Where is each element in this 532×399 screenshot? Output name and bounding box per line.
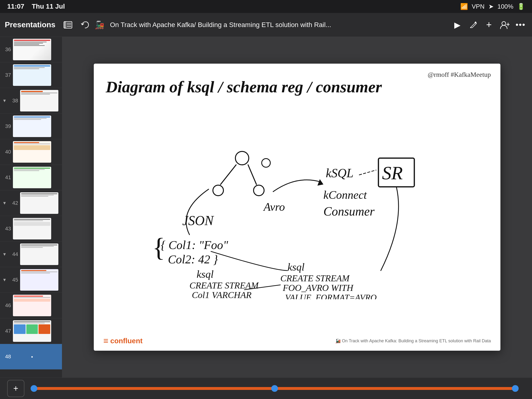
svg-text:VALUE_FORMAT=AVRO: VALUE_FORMAT=AVRO [285, 293, 377, 299]
svg-text:Col1 VARCHAR: Col1 VARCHAR [192, 290, 251, 299]
presentation-title: On Track with Apache Kafka/ Building a S… [110, 21, 445, 29]
slide-thumbnail-44[interactable]: ▼ 44 [0, 242, 62, 267]
svg-text:kSQL: kSQL [326, 166, 354, 180]
progress-handle-right[interactable] [512, 385, 519, 392]
slide-thumb-image-43 [13, 218, 51, 240]
svg-text:kConnect: kConnect [323, 189, 367, 201]
collapse-arrow-38[interactable]: ▼ [2, 98, 7, 103]
wifi-icon: ➤ [488, 3, 494, 10]
slide-thumb-image-37 [13, 64, 51, 86]
progress-track [34, 387, 515, 390]
status-date: Thu 11 Jul [32, 3, 65, 10]
status-right: 📶 VPN ➤ 100% 🔋 [460, 3, 525, 10]
slide-thumb-image-46 [13, 295, 51, 316]
slide-thumbnail-40[interactable]: 40 [0, 139, 62, 165]
svg-line-16 [359, 170, 376, 175]
play-button[interactable]: ▶ [451, 18, 464, 32]
slide-thumb-image-40 [13, 141, 51, 163]
svg-point-8 [235, 152, 249, 165]
svg-point-13 [262, 158, 270, 167]
collapse-arrow-42[interactable]: ▼ [2, 201, 7, 206]
svg-point-5 [502, 22, 506, 25]
svg-text:Consumer: Consumer [323, 204, 375, 218]
slide-thumb-image-39 [13, 115, 51, 137]
slide-thumb-image-44 [20, 244, 58, 265]
slide-thumb-image-41 [13, 167, 51, 188]
app-title: Presentations [5, 20, 56, 29]
collapse-arrow-45[interactable]: ▼ [2, 278, 7, 283]
svg-text:FOO_AVRO WITH: FOO_AVRO WITH [283, 283, 354, 293]
status-time: 11:07 [7, 3, 24, 10]
slide-thumbnail-42[interactable]: ▼ 42 [0, 190, 62, 216]
svg-point-12 [253, 185, 264, 196]
slide-thumb-image-42 [20, 192, 58, 214]
vpn-icon: 📶 [460, 3, 468, 10]
svg-text:{: { [152, 233, 165, 262]
add-slide-button[interactable]: + [7, 380, 24, 397]
slide-thumb-image-48: ● [13, 346, 51, 367]
add-button[interactable]: + [482, 18, 496, 32]
slide-thumbnail-48[interactable]: 48 ● [0, 344, 62, 370]
collapse-arrow-44[interactable]: ▼ [2, 252, 7, 257]
slide-footer: confluent 🚂 On Track with Apache Kafka: … [103, 336, 491, 346]
toolbar: Presentations 🚂 On Track with Apache Kaf… [0, 13, 532, 37]
slide-thumbnail-37[interactable]: 37 [0, 63, 62, 88]
confluent-logo: confluent [103, 336, 143, 346]
status-time-date: 11:07 Thu 11 Jul [7, 3, 65, 10]
bottom-bar: + [0, 377, 532, 399]
slide-thumb-image-36 [13, 39, 51, 60]
slide-thumb-image-38 [20, 90, 58, 111]
svg-text:ksql: ksql [288, 261, 304, 273]
battery-label: 100% [498, 3, 513, 10]
slide-thumbnail-36[interactable]: 36 [0, 37, 62, 63]
svg-marker-14 [317, 179, 323, 186]
slide-thumbnail-41[interactable]: 41 [0, 165, 62, 190]
brand-name: confluent [110, 337, 143, 345]
slide-thumbnail-43[interactable]: 43 [0, 216, 62, 242]
svg-text:Avro: Avro [263, 200, 285, 213]
slide-thumbnail-45[interactable]: ▼ 45 [0, 267, 62, 293]
slide-hashtag: @rmoff #KafkaMeetup [428, 71, 491, 78]
progress-handle-center[interactable] [271, 385, 278, 392]
svg-line-9 [221, 165, 236, 184]
slide-diagram: kSQL SR kConnect Consumer Avro JSON [106, 103, 488, 299]
slide-thumbnail-39[interactable]: 39 [0, 114, 62, 139]
slide-title: Diagram of ksql / schema reg / consumer [106, 78, 488, 96]
slide-footer-note: 🚂 On Track with Apache Kafka: Building a… [335, 338, 491, 343]
svg-text:{ Col1: "Foo": { Col1: "Foo" [161, 238, 228, 252]
vpn-label: VPN [472, 3, 484, 10]
add-user-button[interactable] [498, 18, 511, 32]
svg-text:SR: SR [382, 162, 403, 183]
svg-text:CREATE STREAM: CREATE STREAM [280, 273, 350, 283]
svg-point-11 [213, 185, 223, 196]
slide-thumbnail-38[interactable]: ▼ 38 [0, 88, 62, 114]
toolbar-right-actions: ▶ + ••• [451, 18, 527, 32]
slide-thumbnail-47[interactable]: 47 [0, 318, 62, 344]
current-slide: @rmoff #KafkaMeetup Diagram of ksql / sc… [94, 64, 500, 351]
presentation-icon: 🚂 [95, 20, 104, 29]
svg-text:Col2: 42 }: Col2: 42 } [168, 253, 218, 266]
svg-rect-1 [64, 22, 66, 28]
more-options-button[interactable]: ••• [514, 18, 527, 32]
svg-line-10 [248, 165, 256, 184]
slide-thumb-image-45 [20, 269, 58, 291]
status-bar: 11:07 Thu 11 Jul 📶 VPN ➤ 100% 🔋 [0, 0, 532, 13]
svg-text:ksql: ksql [197, 268, 214, 280]
slide-content: @rmoff #KafkaMeetup Diagram of ksql / sc… [94, 64, 500, 351]
slide-thumb-image-47 [13, 320, 51, 342]
undo-button[interactable] [78, 18, 91, 32]
main-slide-area: @rmoff #KafkaMeetup Diagram of ksql / sc… [62, 37, 532, 377]
slide-panel[interactable]: 36 37 [0, 37, 62, 377]
annotate-button[interactable] [466, 18, 480, 32]
sidebar-toggle-button[interactable] [61, 18, 75, 32]
slide-thumbnail-46[interactable]: 46 [0, 293, 62, 318]
progress-bar-area[interactable] [34, 384, 515, 393]
battery-icon: 🔋 [517, 3, 525, 10]
progress-handle-left[interactable] [31, 385, 37, 392]
